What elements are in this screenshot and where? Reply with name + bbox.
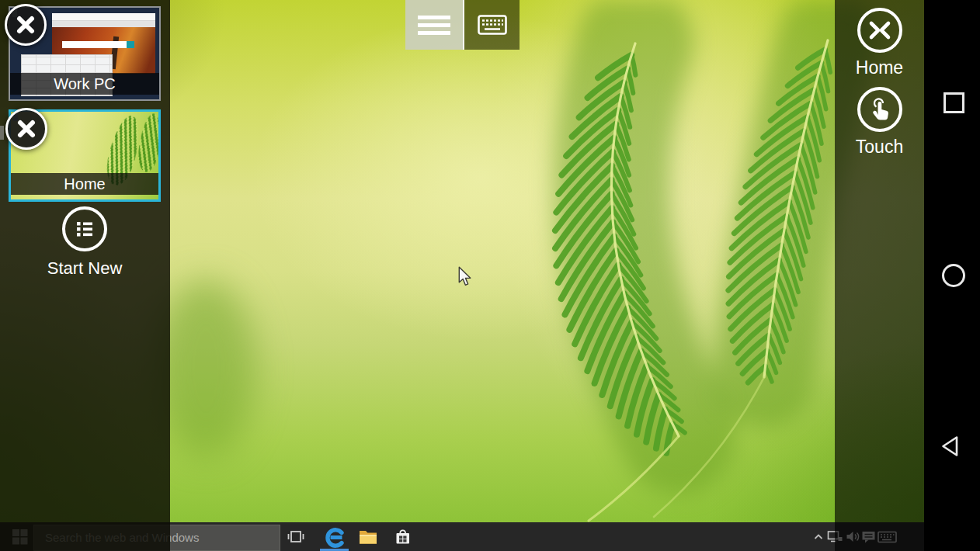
connection-center-home-button[interactable]: Home <box>835 8 924 78</box>
keyboard-icon <box>478 15 507 35</box>
touch-ring <box>857 87 902 132</box>
show-hidden-icons-button[interactable] <box>811 522 826 551</box>
task-view-button[interactable] <box>284 522 308 551</box>
folder-icon <box>358 528 378 546</box>
session-label: Home <box>11 173 158 195</box>
wallpaper-blur-blob <box>155 279 256 458</box>
session-label: Work PC <box>10 73 159 95</box>
hamburger-icon <box>418 12 450 39</box>
list-icon <box>72 217 97 241</box>
session-thumbnail-home[interactable]: Home <box>9 109 161 202</box>
remote-desktop-app: 1:54 PM 9/28/2015 Work PC <box>0 0 980 551</box>
home-button-label: Home <box>835 57 924 78</box>
touch-mode-button[interactable]: Touch <box>835 87 924 158</box>
start-new-session-button[interactable]: Start New <box>9 206 161 279</box>
android-recents-button[interactable] <box>944 92 964 113</box>
close-x-icon <box>16 15 36 35</box>
file-explorer-button[interactable] <box>356 522 381 551</box>
panel-edge-handle[interactable] <box>0 126 4 140</box>
start-new-ring <box>62 206 107 251</box>
show-keyboard-button[interactable] <box>463 0 520 50</box>
touch-button-label: Touch <box>835 137 924 158</box>
rdp-home-ring <box>857 8 902 53</box>
close-session-button[interactable] <box>5 108 47 150</box>
windows-store-icon <box>394 528 413 546</box>
connection-menu-button[interactable] <box>405 0 463 50</box>
store-button[interactable] <box>391 522 415 551</box>
android-nav-bar <box>924 0 980 551</box>
edge-taskbar-button[interactable] <box>320 522 349 551</box>
task-view-icon <box>287 529 305 545</box>
close-session-button[interactable] <box>5 4 47 46</box>
start-new-label: Start New <box>9 258 161 279</box>
edge-icon <box>324 526 346 548</box>
rdp-arrows-icon <box>867 19 893 42</box>
mini-leaf-graphic <box>136 113 158 174</box>
android-back-button[interactable] <box>940 435 963 458</box>
session-tools-panel: Home Touch <box>835 0 924 551</box>
touch-hand-icon <box>867 96 893 123</box>
android-home-button[interactable] <box>942 264 965 287</box>
session-switcher-panel: Work PC Home <box>0 0 170 551</box>
connection-bar <box>405 0 520 50</box>
chevron-up-icon <box>813 532 824 542</box>
close-x-icon <box>16 119 36 139</box>
session-thumbnail-work-pc[interactable]: Work PC <box>9 6 161 101</box>
